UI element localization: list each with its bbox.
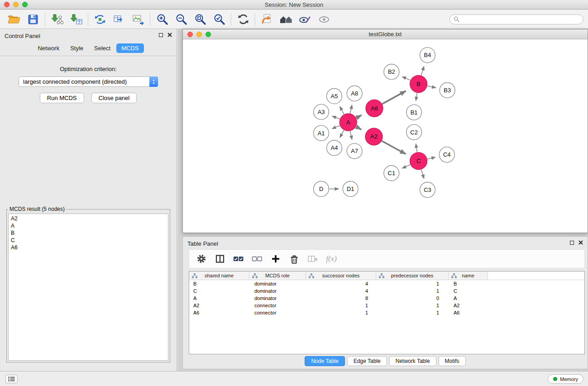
close-panel-button[interactable]: Close panel bbox=[91, 93, 137, 103]
graph-edge-C-C1[interactable] bbox=[402, 165, 410, 168]
tab-style[interactable]: Style bbox=[65, 43, 88, 53]
graph-node-B2[interactable]: B2 bbox=[384, 64, 399, 80]
graph-edge-B-B4[interactable] bbox=[421, 67, 424, 76]
graph-edge-A-A6[interactable] bbox=[356, 115, 362, 118]
graph-node-A4[interactable]: A4 bbox=[327, 140, 342, 156]
network-minimize-button[interactable] bbox=[196, 32, 202, 37]
tab-node-table[interactable]: Node Table bbox=[305, 356, 345, 366]
graph-edge-A-A8[interactable] bbox=[350, 105, 352, 114]
graph-edge-A-A4[interactable] bbox=[340, 130, 344, 138]
column-header-predecessor-nodes[interactable]: predecessor nodes bbox=[376, 272, 449, 280]
open-session-button[interactable] bbox=[5, 12, 24, 27]
graph-edge-A-A1[interactable] bbox=[332, 126, 340, 129]
delete-row-button[interactable] bbox=[287, 252, 302, 266]
show-columns-button[interactable] bbox=[212, 252, 228, 266]
tab-network-table[interactable]: Network Table bbox=[389, 356, 436, 366]
mcds-result-item[interactable]: A bbox=[11, 222, 166, 229]
graph-node-B1[interactable]: B1 bbox=[406, 105, 422, 120]
column-header-name[interactable]: name bbox=[449, 272, 488, 280]
network-window-titlebar[interactable]: testGlobe.txt bbox=[183, 29, 588, 39]
export-table-button[interactable] bbox=[110, 12, 129, 27]
graph-edge-A-A3[interactable] bbox=[332, 116, 340, 119]
graph-edge-A-A7[interactable] bbox=[350, 131, 352, 140]
criterion-dropdown[interactable]: largest connected component (directed) ▲… bbox=[19, 76, 158, 87]
run-mcds-button[interactable]: Run MCDS bbox=[40, 93, 84, 103]
delete-column-button[interactable] bbox=[305, 252, 320, 266]
zoom-window-button[interactable] bbox=[22, 2, 28, 7]
close-window-button[interactable] bbox=[4, 2, 10, 7]
graph-node-D1[interactable]: D1 bbox=[343, 181, 358, 197]
graph-node-B3[interactable]: B3 bbox=[440, 83, 455, 98]
network-graph[interactable]: B4B2BB3A8A5A6A3B1AC2A1A2A4A7C4CC1C3DD1 bbox=[183, 40, 588, 233]
deselect-all-button[interactable] bbox=[249, 252, 265, 266]
mcds-result-item[interactable]: A2 bbox=[11, 215, 166, 222]
graph-edge-A-A2[interactable] bbox=[356, 127, 362, 129]
table-row-C[interactable]: Cdominator41C bbox=[189, 287, 584, 295]
zoom-selected-button[interactable] bbox=[210, 12, 229, 27]
network-close-button[interactable] bbox=[187, 32, 193, 37]
graph-node-C2[interactable]: C2 bbox=[406, 124, 422, 140]
float-panel-icon[interactable] bbox=[570, 241, 574, 245]
search-input[interactable] bbox=[462, 16, 579, 23]
import-table-file-button[interactable] bbox=[67, 12, 86, 27]
mcds-result-list[interactable]: A2ABCA6 bbox=[8, 214, 168, 361]
tab-select[interactable]: Select bbox=[89, 43, 115, 53]
graph-edge-C-C2[interactable] bbox=[416, 144, 417, 152]
network-zoom-button[interactable] bbox=[206, 32, 211, 37]
minimize-window-button[interactable] bbox=[13, 2, 19, 7]
task-history-button[interactable] bbox=[5, 375, 18, 383]
graph-node-A2[interactable]: A2 bbox=[365, 128, 382, 145]
graph-node-C4[interactable]: C4 bbox=[439, 147, 454, 162]
zoom-in-button[interactable] bbox=[153, 12, 172, 27]
graph-node-A1[interactable]: A1 bbox=[314, 125, 329, 141]
table-row-A6[interactable]: A6connector11A6 bbox=[189, 309, 584, 316]
graph-node-D[interactable]: D bbox=[314, 181, 329, 197]
graph-edge-A2-C[interactable] bbox=[382, 141, 406, 154]
function-builder-button[interactable]: f(x) bbox=[324, 252, 339, 266]
save-session-button[interactable] bbox=[24, 12, 43, 27]
graph-edge-C-C4[interactable] bbox=[427, 157, 435, 159]
zoom-out-button[interactable] bbox=[172, 12, 191, 27]
add-row-button[interactable] bbox=[268, 252, 283, 266]
table-row-B[interactable]: Bdominator41B bbox=[189, 280, 584, 287]
graph-node-A7[interactable]: A7 bbox=[347, 143, 362, 159]
graph-node-A5[interactable]: A5 bbox=[327, 88, 342, 104]
tab-edge-table[interactable]: Edge Table bbox=[347, 356, 387, 366]
graph-edge-B-B1[interactable] bbox=[416, 93, 417, 100]
graph-edge-B-B3[interactable] bbox=[427, 86, 436, 88]
graph-node-A[interactable]: A bbox=[339, 114, 357, 131]
graph-node-C3[interactable]: C3 bbox=[420, 182, 435, 198]
select-all-button[interactable] bbox=[231, 252, 246, 266]
graph-node-A6[interactable]: A6 bbox=[366, 100, 383, 117]
graph-node-A3[interactable]: A3 bbox=[314, 104, 329, 119]
graph-node-C1[interactable]: C1 bbox=[384, 166, 399, 181]
close-panel-icon[interactable] bbox=[578, 240, 583, 245]
mcds-result-item[interactable]: A6 bbox=[11, 244, 166, 251]
graph-edge-C-C3[interactable] bbox=[421, 170, 424, 179]
column-header-mcds-role[interactable]: MCDS role bbox=[249, 272, 306, 280]
close-panel-icon[interactable] bbox=[167, 33, 172, 37]
graph-edge-B-B2[interactable] bbox=[402, 76, 410, 80]
table-settings-button[interactable] bbox=[194, 252, 209, 266]
graph-edge-A6-B[interactable] bbox=[382, 91, 406, 104]
column-header-shared-name[interactable]: shared name bbox=[189, 272, 249, 280]
export-image-button[interactable] bbox=[129, 12, 148, 27]
eye-button[interactable] bbox=[315, 12, 334, 27]
network-sync-button[interactable] bbox=[91, 12, 110, 27]
graph-node-A8[interactable]: A8 bbox=[347, 86, 362, 101]
graph-edge-A-A5[interactable] bbox=[340, 106, 344, 114]
home-button[interactable] bbox=[277, 12, 296, 27]
mcds-result-item[interactable]: C bbox=[11, 237, 166, 244]
zoom-fit-button[interactable] bbox=[191, 12, 210, 27]
tab-mcds[interactable]: MCDS bbox=[116, 43, 143, 53]
graph-node-B[interactable]: B bbox=[410, 76, 427, 93]
export-document-button[interactable] bbox=[258, 12, 277, 27]
graph-node-C[interactable]: C bbox=[410, 152, 427, 170]
mcds-result-item[interactable]: B bbox=[11, 229, 166, 237]
memory-button[interactable]: Memory bbox=[548, 374, 583, 384]
apply-layout-button[interactable] bbox=[234, 12, 253, 27]
table-row-A[interactable]: Adominator80A bbox=[189, 295, 584, 302]
show-graphics-details-button[interactable] bbox=[296, 12, 315, 27]
tab-network[interactable]: Network bbox=[33, 43, 64, 53]
tab-motifs[interactable]: Motifs bbox=[439, 356, 466, 366]
